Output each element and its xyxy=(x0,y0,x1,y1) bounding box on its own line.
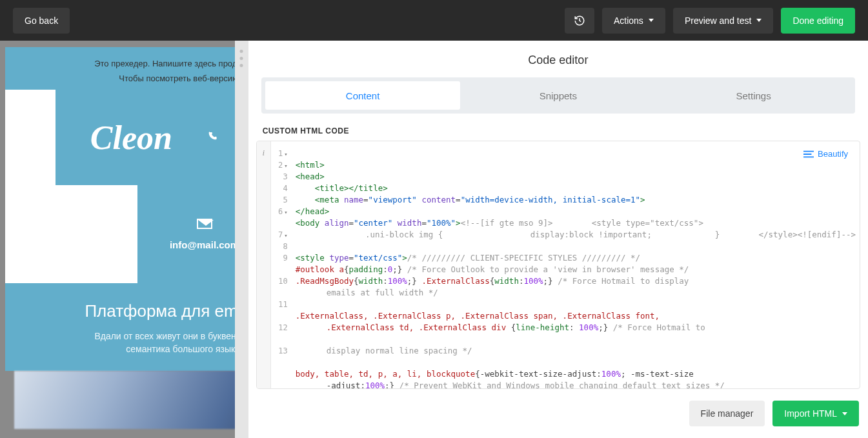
panel-title: Code editor xyxy=(248,41,868,77)
go-back-button[interactable]: Go back xyxy=(13,8,70,34)
pane-resize-gutter[interactable] xyxy=(235,41,248,438)
done-editing-button[interactable]: Done editing xyxy=(781,8,855,34)
line-number-gutter: 123456 789 10 11 12 13 xyxy=(271,141,292,388)
tab-content[interactable]: Content xyxy=(265,81,461,110)
mail-icon xyxy=(197,219,212,229)
beautify-icon xyxy=(803,150,814,158)
hero-subtitle-line: семантика большого языкового океана. xyxy=(126,344,235,354)
preheader-text: Это прехедер. Напишите здесь продолжение… xyxy=(94,59,235,68)
code-body[interactable]: <html> <head> <title></title> <meta name… xyxy=(292,141,860,388)
info-icon: i xyxy=(262,148,265,158)
editor-tabs: Content Snippets Settings xyxy=(261,77,855,114)
whitespace xyxy=(5,90,56,185)
email-preheader-block: Это прехедер. Напишите здесь продолжение… xyxy=(5,47,235,90)
file-manager-button[interactable]: File manager xyxy=(689,401,765,426)
actions-dropdown[interactable]: Actions xyxy=(602,8,665,34)
history-button[interactable] xyxy=(565,8,594,34)
history-icon xyxy=(574,15,585,26)
phone-icon xyxy=(207,131,217,144)
preview-test-dropdown[interactable]: Preview and test xyxy=(673,8,774,34)
hero-section: Платформа для email рассылки Вдали от вс… xyxy=(5,283,235,371)
beautify-label: Beautify xyxy=(818,149,848,159)
tab-settings[interactable]: Settings xyxy=(656,81,851,110)
import-html-dropdown[interactable]: Import HTML xyxy=(772,401,859,426)
editor-footer: File manager Import HTML xyxy=(248,389,868,438)
hero-title: Платформа для email рассылки xyxy=(31,301,235,321)
tab-snippets[interactable]: Snippets xyxy=(460,81,656,110)
hero-image xyxy=(14,371,235,429)
brand-logo: Cleon xyxy=(90,119,172,157)
webversion-text: Чтобы посмотреть веб-версию, нажмите xyxy=(119,74,235,83)
top-toolbar: Go back Actions Preview and test Done ed… xyxy=(0,0,868,41)
beautify-button[interactable]: Beautify xyxy=(801,148,851,160)
hero-subtitle-line: Вдали от всех живут они в буквенных дома… xyxy=(95,331,235,341)
section-label: CUSTOM HTML CODE xyxy=(248,126,868,141)
contact-email: info@mail.com xyxy=(170,239,235,250)
code-editor[interactable]: Beautify i 123456 789 10 11 12 13 <html>… xyxy=(256,141,860,389)
drag-handle-icon xyxy=(240,50,243,67)
whitespace xyxy=(5,185,137,283)
email-preview-pane: Это прехедер. Напишите здесь продолжение… xyxy=(0,41,235,438)
